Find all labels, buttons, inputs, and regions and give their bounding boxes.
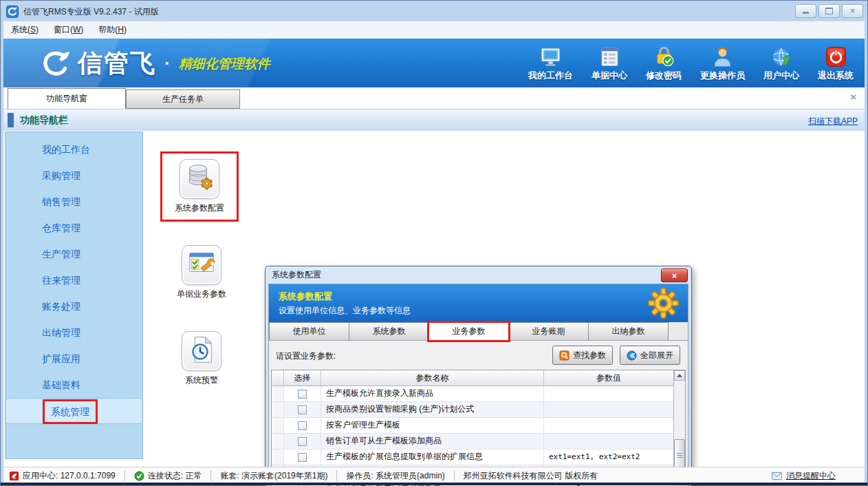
copyright-label: 郑州亚拓软件科技有限公司 版权所有 xyxy=(464,470,598,482)
row-checkbox-cell xyxy=(284,402,321,417)
scan-download-app-link[interactable]: 扫描下载APP xyxy=(808,116,858,127)
scroll-up-button[interactable] xyxy=(674,370,685,381)
dialog-close-button[interactable]: × xyxy=(661,268,688,282)
menu-item-0[interactable]: 系统(S) xyxy=(3,21,46,39)
row-checkbox[interactable] xyxy=(298,405,307,414)
dialog-tab-4[interactable]: 出纳参数 xyxy=(588,322,669,340)
shortcut-0[interactable]: 系统参数配置 xyxy=(160,151,239,222)
menu-bar: 系统(S)窗口(W)帮助(H) xyxy=(3,21,865,39)
user-center-globe-icon xyxy=(770,45,793,68)
sidebar-item-label: 我的工作台 xyxy=(42,144,90,155)
banner-action-4[interactable]: 用户中心 xyxy=(763,45,799,82)
find-params-button[interactable]: 查找参数 xyxy=(552,346,613,365)
menu-item-2[interactable]: 帮助(H) xyxy=(91,21,134,39)
dialog-tab-3[interactable]: 业务账期 xyxy=(508,322,589,340)
nav-accent-mark xyxy=(8,113,14,127)
connection-status: 连接状态: 正常 xyxy=(125,470,211,482)
row-indicator-column-header xyxy=(272,370,284,385)
param-value-cell xyxy=(544,386,673,401)
workbench-monitor-icon xyxy=(539,45,562,68)
shortcut-button-2[interactable] xyxy=(182,331,221,371)
sidebar-item-label: 销售管理 xyxy=(42,196,80,207)
close-button[interactable]: × xyxy=(842,4,863,18)
brand-name: 信管飞 xyxy=(78,47,156,81)
sidebar-item-2[interactable]: 销售管理 xyxy=(6,189,142,215)
banner-action-5[interactable]: 退出系统 xyxy=(818,45,854,82)
dialog-body: 系统参数配置 设置使用单位信息、业务参数等信息 使用单位系统参数业务参数业务账期… xyxy=(268,284,688,486)
expand-all-label: 全部展开 xyxy=(640,350,673,361)
expand-all-icon xyxy=(627,350,637,361)
row-checkbox[interactable] xyxy=(298,437,307,446)
connection-ok-icon xyxy=(134,471,144,481)
row-indicator-cell xyxy=(272,481,284,486)
banner-action-1[interactable]: 单据中心 xyxy=(592,45,627,82)
shortcut-label: 系统预警 xyxy=(167,374,236,386)
param-value-column-header: 参数值 xyxy=(544,370,673,385)
app-logo-icon xyxy=(6,6,19,18)
dialog-tab-1[interactable]: 系统参数 xyxy=(349,322,429,340)
sidebar-item-4[interactable]: 生产管理 xyxy=(6,241,142,267)
sidebar-item-5[interactable]: 往来管理 xyxy=(6,267,142,293)
row-checkbox-cell xyxy=(284,386,321,401)
brand-separator: · xyxy=(164,53,171,74)
row-indicator-cell xyxy=(272,418,284,433)
dialog-title-bar[interactable]: 系统参数配置 × xyxy=(268,266,688,284)
param-name-cell: 销售订单可从生产模板添加商品 xyxy=(321,434,544,449)
connection-label: 连接状态: 正常 xyxy=(148,470,202,482)
banner-action-3[interactable]: 更换操作员 xyxy=(700,45,745,82)
param-row-6[interactable]: 生产计划单原料未完成采购数量extnum9 xyxy=(272,481,673,486)
change-password-lock-icon xyxy=(653,45,675,68)
nav-sidebar: 我的工作台采购管理销售管理仓库管理生产管理往来管理账务处理出纳管理扩展应用基础资… xyxy=(5,131,143,459)
sidebar-item-label: 扩展应用 xyxy=(42,353,80,364)
sidebar-item-8[interactable]: 扩展应用 xyxy=(6,346,142,372)
sidebar-item-1[interactable]: 采购管理 xyxy=(6,162,142,189)
sidebar-item-9[interactable]: 基础资料 xyxy=(6,372,142,398)
shortcut-2[interactable]: 系统预警 xyxy=(167,331,236,386)
expand-all-button[interactable]: 全部展开 xyxy=(620,346,680,365)
sidebar-item-3[interactable]: 仓库管理 xyxy=(6,215,142,241)
param-name-cell: 按商品类别设置智能采购 (生产)计划公式 xyxy=(321,402,544,417)
param-value-cell: extnum9 xyxy=(544,481,673,486)
row-checkbox[interactable] xyxy=(298,390,307,399)
banner-action-label: 退出系统 xyxy=(818,70,854,82)
scroll-up-icon xyxy=(677,374,682,377)
param-row-3[interactable]: 销售订单可从生产模板添加商品 xyxy=(272,434,673,450)
shortcut-1[interactable]: 单据业务参数 xyxy=(167,245,236,300)
dialog-header-title: 系统参数配置 xyxy=(279,290,332,303)
dialog-toolbar: 请设置业务参数: 查找参数 全部展开 xyxy=(269,341,688,370)
sidebar-item-label: 出纳管理 xyxy=(42,327,80,338)
main-tab-1[interactable]: 生产任务单 xyxy=(126,89,240,109)
banner-action-0[interactable]: 我的工作台 xyxy=(528,45,573,82)
param-row-0[interactable]: 生产模板允许直接录入新商品 xyxy=(272,386,673,402)
param-row-4[interactable]: 生产模板的扩展信息提取到单据的扩展信息ext1=ext1, ext2=ext2 xyxy=(272,450,673,465)
shortcut-button-1[interactable] xyxy=(182,245,221,285)
title-bar: 信管飞RMS专业版 V9.2.437 - 试用版 × xyxy=(3,3,865,21)
app-window: 信管飞RMS专业版 V9.2.437 - 试用版 × 系统(S)窗口(W)帮助(… xyxy=(0,0,868,486)
gear-icon xyxy=(647,287,680,319)
find-params-label: 查找参数 xyxy=(573,350,606,361)
dialog-tab-2[interactable]: 业务参数 xyxy=(428,322,509,341)
param-row-2[interactable]: 按客户管理生产模板 xyxy=(272,418,673,434)
sidebar-item-7[interactable]: 出纳管理 xyxy=(6,319,142,346)
minimize-button[interactable] xyxy=(795,4,816,18)
sidebar-item-label: 账务处理 xyxy=(42,301,80,312)
sidebar-item-6[interactable]: 账务处理 xyxy=(6,293,142,319)
checklist-wrench-icon xyxy=(186,248,217,282)
message-center-link[interactable]: 消息提醒中心 xyxy=(772,470,860,482)
sidebar-item-label: 基础资料 xyxy=(42,379,80,390)
sidebar-item-10[interactable]: 系统管理 xyxy=(6,398,142,424)
param-name-cell: 生产模板的扩展信息提取到单据的扩展信息 xyxy=(321,450,544,465)
shortcut-button-0[interactable] xyxy=(180,159,219,199)
row-checkbox-cell xyxy=(284,450,321,465)
main-tab-0[interactable]: 功能导航窗 xyxy=(8,88,126,109)
banner-action-2[interactable]: 修改密码 xyxy=(646,45,682,82)
params-table-header: 选择 参数名称 参数值 xyxy=(272,370,673,386)
sidebar-item-0[interactable]: 我的工作台 xyxy=(6,136,142,162)
row-checkbox[interactable] xyxy=(298,421,307,430)
dialog-tab-0[interactable]: 使用单位 xyxy=(269,322,349,340)
param-row-1[interactable]: 按商品类别设置智能采购 (生产)计划公式 xyxy=(272,402,673,418)
menu-item-1[interactable]: 窗口(W) xyxy=(46,21,91,39)
tab-close-icon[interactable]: × xyxy=(850,90,856,104)
maximize-button[interactable] xyxy=(818,4,840,18)
row-checkbox[interactable] xyxy=(298,453,307,462)
